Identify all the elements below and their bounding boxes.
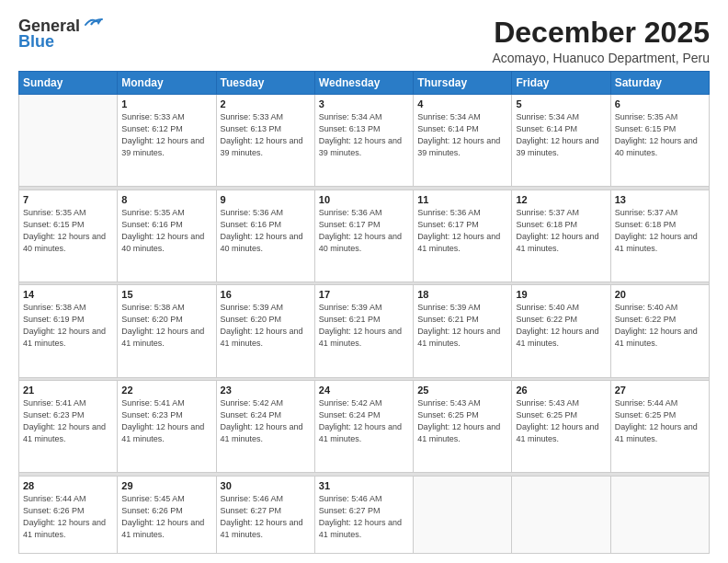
table-row: 1Sunrise: 5:33 AMSunset: 6:12 PMDaylight… [118, 95, 216, 187]
subtitle: Acomayo, Huanuco Department, Peru [492, 51, 710, 65]
day-number: 1 [121, 98, 211, 109]
table-row [414, 476, 512, 554]
logo-blue-text: Blue [18, 32, 54, 52]
table-row: 25Sunrise: 5:43 AMSunset: 6:25 PMDayligh… [414, 380, 512, 472]
day-info: Sunrise: 5:39 AMSunset: 6:21 PMDaylight:… [417, 302, 507, 350]
day-number: 21 [23, 385, 113, 396]
table-row [19, 95, 118, 187]
day-number: 10 [319, 194, 409, 205]
header-wednesday: Wednesday [314, 72, 413, 95]
header-sunday: Sunday [19, 72, 118, 95]
day-info: Sunrise: 5:34 AMSunset: 6:13 PMDaylight:… [319, 111, 409, 159]
day-info: Sunrise: 5:43 AMSunset: 6:25 PMDaylight:… [417, 397, 507, 445]
table-row: 9Sunrise: 5:36 AMSunset: 6:16 PMDaylight… [216, 190, 314, 282]
table-row: 17Sunrise: 5:39 AMSunset: 6:21 PMDayligh… [314, 285, 413, 377]
header: General Blue December 2025 Acomayo, Huan… [18, 17, 710, 65]
day-info: Sunrise: 5:40 AMSunset: 6:22 PMDaylight:… [516, 302, 606, 350]
table-row: 23Sunrise: 5:42 AMSunset: 6:24 PMDayligh… [216, 380, 314, 472]
calendar-row: 7Sunrise: 5:35 AMSunset: 6:15 PMDaylight… [19, 190, 710, 282]
day-number: 24 [319, 385, 409, 396]
table-row: 30Sunrise: 5:46 AMSunset: 6:27 PMDayligh… [216, 476, 314, 554]
day-number: 19 [516, 289, 606, 300]
day-info: Sunrise: 5:35 AMSunset: 6:16 PMDaylight:… [121, 207, 211, 255]
table-row: 21Sunrise: 5:41 AMSunset: 6:23 PMDayligh… [19, 380, 118, 472]
day-info: Sunrise: 5:38 AMSunset: 6:19 PMDaylight:… [23, 302, 113, 350]
day-number: 14 [23, 289, 113, 300]
day-info: Sunrise: 5:42 AMSunset: 6:24 PMDaylight:… [221, 397, 311, 445]
table-row: 14Sunrise: 5:38 AMSunset: 6:19 PMDayligh… [19, 285, 118, 377]
table-row: 22Sunrise: 5:41 AMSunset: 6:23 PMDayligh… [118, 380, 216, 472]
table-row: 18Sunrise: 5:39 AMSunset: 6:21 PMDayligh… [414, 285, 512, 377]
calendar-row: 28Sunrise: 5:44 AMSunset: 6:26 PMDayligh… [19, 476, 710, 554]
table-row: 6Sunrise: 5:35 AMSunset: 6:15 PMDaylight… [610, 95, 709, 187]
day-number: 6 [615, 98, 705, 109]
day-number: 2 [221, 98, 311, 109]
day-number: 13 [615, 194, 705, 205]
day-info: Sunrise: 5:39 AMSunset: 6:21 PMDaylight:… [319, 302, 409, 350]
day-info: Sunrise: 5:42 AMSunset: 6:24 PMDaylight:… [319, 397, 409, 445]
day-number: 25 [417, 385, 507, 396]
day-number: 8 [121, 194, 211, 205]
table-row: 3Sunrise: 5:34 AMSunset: 6:13 PMDaylight… [314, 95, 413, 187]
day-info: Sunrise: 5:46 AMSunset: 6:27 PMDaylight:… [221, 493, 311, 541]
day-number: 28 [23, 480, 113, 491]
day-info: Sunrise: 5:38 AMSunset: 6:20 PMDaylight:… [121, 302, 211, 350]
header-tuesday: Tuesday [216, 72, 314, 95]
day-info: Sunrise: 5:36 AMSunset: 6:17 PMDaylight:… [319, 207, 409, 255]
calendar-table: Sunday Monday Tuesday Wednesday Thursday… [18, 71, 710, 554]
calendar-row: 21Sunrise: 5:41 AMSunset: 6:23 PMDayligh… [19, 380, 710, 472]
table-row: 19Sunrise: 5:40 AMSunset: 6:22 PMDayligh… [512, 285, 610, 377]
day-info: Sunrise: 5:36 AMSunset: 6:16 PMDaylight:… [221, 207, 311, 255]
table-row: 7Sunrise: 5:35 AMSunset: 6:15 PMDaylight… [19, 190, 118, 282]
table-row: 26Sunrise: 5:43 AMSunset: 6:25 PMDayligh… [512, 380, 610, 472]
table-row: 10Sunrise: 5:36 AMSunset: 6:17 PMDayligh… [314, 190, 413, 282]
day-number: 20 [615, 289, 705, 300]
day-number: 26 [516, 385, 606, 396]
day-info: Sunrise: 5:44 AMSunset: 6:25 PMDaylight:… [615, 397, 705, 445]
table-row [610, 476, 709, 554]
day-info: Sunrise: 5:43 AMSunset: 6:25 PMDaylight:… [516, 397, 606, 445]
day-info: Sunrise: 5:37 AMSunset: 6:18 PMDaylight:… [516, 207, 606, 255]
day-number: 30 [221, 480, 311, 491]
title-block: December 2025 Acomayo, Huanuco Departmen… [492, 17, 710, 65]
logo-bird-icon [84, 17, 104, 32]
logo: General Blue [18, 17, 104, 52]
calendar-header-row: Sunday Monday Tuesday Wednesday Thursday… [19, 72, 710, 95]
day-number: 5 [516, 98, 606, 109]
day-number: 12 [516, 194, 606, 205]
day-info: Sunrise: 5:34 AMSunset: 6:14 PMDaylight:… [417, 111, 507, 159]
day-number: 23 [221, 385, 311, 396]
calendar-row: 14Sunrise: 5:38 AMSunset: 6:19 PMDayligh… [19, 285, 710, 377]
table-row: 8Sunrise: 5:35 AMSunset: 6:16 PMDaylight… [118, 190, 216, 282]
header-friday: Friday [512, 72, 610, 95]
table-row: 2Sunrise: 5:33 AMSunset: 6:13 PMDaylight… [216, 95, 314, 187]
day-number: 17 [319, 289, 409, 300]
day-number: 4 [417, 98, 507, 109]
day-info: Sunrise: 5:39 AMSunset: 6:20 PMDaylight:… [221, 302, 311, 350]
day-info: Sunrise: 5:44 AMSunset: 6:26 PMDaylight:… [23, 493, 113, 541]
day-info: Sunrise: 5:36 AMSunset: 6:17 PMDaylight:… [417, 207, 507, 255]
day-number: 16 [221, 289, 311, 300]
table-row: 27Sunrise: 5:44 AMSunset: 6:25 PMDayligh… [610, 380, 709, 472]
table-row: 28Sunrise: 5:44 AMSunset: 6:26 PMDayligh… [19, 476, 118, 554]
day-info: Sunrise: 5:35 AMSunset: 6:15 PMDaylight:… [615, 111, 705, 159]
day-number: 29 [121, 480, 211, 491]
table-row: 12Sunrise: 5:37 AMSunset: 6:18 PMDayligh… [512, 190, 610, 282]
day-number: 7 [23, 194, 113, 205]
day-info: Sunrise: 5:46 AMSunset: 6:27 PMDaylight:… [319, 493, 409, 541]
day-info: Sunrise: 5:33 AMSunset: 6:13 PMDaylight:… [221, 111, 311, 159]
table-row: 5Sunrise: 5:34 AMSunset: 6:14 PMDaylight… [512, 95, 610, 187]
table-row [512, 476, 610, 554]
header-thursday: Thursday [414, 72, 512, 95]
table-row: 20Sunrise: 5:40 AMSunset: 6:22 PMDayligh… [610, 285, 709, 377]
day-info: Sunrise: 5:40 AMSunset: 6:22 PMDaylight:… [615, 302, 705, 350]
day-info: Sunrise: 5:33 AMSunset: 6:12 PMDaylight:… [121, 111, 211, 159]
day-number: 31 [319, 480, 409, 491]
day-info: Sunrise: 5:41 AMSunset: 6:23 PMDaylight:… [121, 397, 211, 445]
header-monday: Monday [118, 72, 216, 95]
day-info: Sunrise: 5:45 AMSunset: 6:26 PMDaylight:… [121, 493, 211, 541]
table-row: 15Sunrise: 5:38 AMSunset: 6:20 PMDayligh… [118, 285, 216, 377]
day-number: 15 [121, 289, 211, 300]
day-info: Sunrise: 5:37 AMSunset: 6:18 PMDaylight:… [615, 207, 705, 255]
table-row: 29Sunrise: 5:45 AMSunset: 6:26 PMDayligh… [118, 476, 216, 554]
